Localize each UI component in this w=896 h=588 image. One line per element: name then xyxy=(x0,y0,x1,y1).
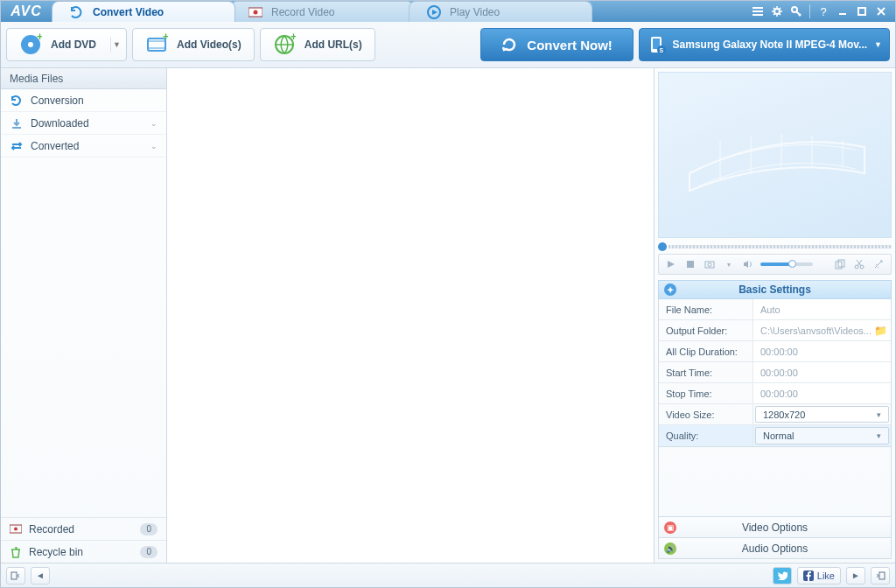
prev-button[interactable]: ◄ xyxy=(31,567,50,584)
volume-slider[interactable] xyxy=(760,262,813,266)
option-label: Video Options xyxy=(742,522,808,534)
facebook-icon xyxy=(803,570,814,581)
button-label: Add URL(s) xyxy=(304,38,362,51)
settings-section-icon: ✦ xyxy=(664,284,676,296)
key-icon[interactable] xyxy=(788,4,805,19)
facebook-like-button[interactable]: Like xyxy=(797,567,841,584)
file-name-field[interactable]: Auto xyxy=(753,299,891,319)
help-icon[interactable]: ? xyxy=(815,4,832,19)
toolbar: + Add DVD ▼ + Add Video(s) + Add URL(s) … xyxy=(1,22,895,68)
titlebar: AVC Convert Video Record Video Play Vide… xyxy=(1,1,895,22)
globe-icon: + xyxy=(273,33,296,56)
stop-icon[interactable] xyxy=(683,257,697,271)
video-size-combo[interactable]: 1280x720▾ xyxy=(755,406,889,423)
svg-rect-5 xyxy=(858,8,865,15)
sidebar-item-downloaded[interactable]: Downloaded ⌄ xyxy=(1,112,166,135)
sidebar-item-label: Conversion xyxy=(31,94,84,107)
add-videos-button[interactable]: + Add Video(s) xyxy=(132,28,255,61)
tab-label: Convert Video xyxy=(93,6,164,18)
tab-play-video[interactable]: Play Video xyxy=(409,1,592,22)
snapshot-icon[interactable] xyxy=(703,257,717,271)
snapshot-menu-icon[interactable]: ▾ xyxy=(722,257,736,271)
sidebar-item-converted[interactable]: Converted ⌄ xyxy=(1,135,166,158)
svg-point-7 xyxy=(28,42,33,47)
setting-file-name: File Name: Auto xyxy=(659,299,891,320)
video-preview[interactable] xyxy=(658,72,892,238)
tab-label: Record Video xyxy=(271,6,335,18)
setting-label: File Name: xyxy=(659,299,753,319)
settings-spacer xyxy=(658,447,892,517)
progress-thumb[interactable] xyxy=(658,242,667,251)
quality-combo[interactable]: Normal▾ xyxy=(755,427,889,444)
convert-now-button[interactable]: Convert Now! xyxy=(480,28,634,61)
tab-convert-video[interactable]: Convert Video xyxy=(52,1,235,22)
chevron-down-icon[interactable]: ▼ xyxy=(110,37,122,52)
count-badge: 0 xyxy=(140,523,158,536)
titlebar-controls: ? xyxy=(749,1,895,22)
next-button[interactable]: ► xyxy=(846,567,865,584)
layout-toggle-right-button[interactable] xyxy=(871,567,890,584)
add-dvd-button[interactable]: + Add DVD ▼ xyxy=(6,28,127,61)
all-clip-duration-field[interactable]: 00:00:00 xyxy=(753,341,891,361)
volume-thumb[interactable] xyxy=(788,260,796,268)
copy-icon[interactable] xyxy=(833,257,847,271)
maximize-button[interactable] xyxy=(853,4,871,19)
setting-label: Output Folder: xyxy=(659,320,753,340)
video-options-row[interactable]: ▣ Video Options xyxy=(658,517,892,538)
sidebar-item-recorded[interactable]: Recorded 0 xyxy=(1,517,166,540)
playback-progress[interactable] xyxy=(658,242,892,252)
sidebar-item-conversion[interactable]: Conversion xyxy=(1,89,166,112)
output-folder-field[interactable]: C:\Users\anvsoft\Videos...📁 xyxy=(753,320,891,340)
setting-all-clip-duration: All Clip Duration: 00:00:00 xyxy=(659,341,891,362)
close-button[interactable] xyxy=(872,4,890,19)
setting-quality: Quality: Normal▾ xyxy=(659,425,891,446)
file-list[interactable] xyxy=(167,68,654,563)
refresh-icon xyxy=(500,36,518,53)
menu-icon[interactable] xyxy=(749,4,766,19)
output-profile-button[interactable]: S Samsung Galaxy Note II MPEG-4 Mov... ▼ xyxy=(639,28,890,61)
basic-settings-header[interactable]: ✦ Basic Settings xyxy=(658,280,892,299)
tab-record-video[interactable]: Record Video xyxy=(230,1,414,22)
play-icon[interactable] xyxy=(664,257,678,271)
filmstrip-placeholder-icon xyxy=(685,125,869,195)
filmstrip-icon: + xyxy=(145,33,168,56)
svg-rect-26 xyxy=(11,572,17,579)
chevron-down-icon: ▾ xyxy=(877,410,881,419)
start-time-field[interactable]: 00:00:00 xyxy=(753,362,891,382)
minimize-button[interactable] xyxy=(834,4,851,19)
panel-title: Basic Settings xyxy=(738,284,811,296)
chevron-down-icon[interactable]: ▼ xyxy=(874,40,882,49)
volume-icon[interactable] xyxy=(741,257,755,271)
stop-time-field[interactable]: 00:00:00 xyxy=(753,383,891,403)
folder-icon[interactable]: 📁 xyxy=(874,325,887,337)
svg-point-3 xyxy=(774,9,780,14)
like-label: Like xyxy=(817,570,835,581)
setting-label: Stop Time: xyxy=(659,383,753,403)
cut-icon[interactable] xyxy=(852,257,866,271)
progress-track[interactable] xyxy=(668,245,892,248)
chevron-down-icon[interactable]: ⌄ xyxy=(150,119,158,128)
layout-toggle-button[interactable] xyxy=(6,567,25,584)
right-pane: ▾ ✦ Basic Settings File Name: Auto Outpu… xyxy=(654,68,895,563)
audio-options-row[interactable]: 🔊 Audio Options xyxy=(658,538,892,559)
trash-icon xyxy=(10,546,22,558)
device-icon: S xyxy=(647,35,666,54)
svg-point-1 xyxy=(254,10,258,14)
statusbar: ◄ Like ► xyxy=(1,563,895,587)
option-label: Audio Options xyxy=(742,542,808,555)
chevron-down-icon[interactable]: ⌄ xyxy=(150,142,158,150)
button-label: Samsung Galaxy Note II MPEG-4 Mov... xyxy=(673,38,868,51)
add-urls-button[interactable]: + Add URL(s) xyxy=(260,28,375,61)
media-controls: ▾ xyxy=(658,254,892,275)
setting-output-folder: Output Folder: C:\Users\anvsoft\Videos..… xyxy=(659,320,891,341)
twitter-button[interactable] xyxy=(773,567,792,584)
sidebar-item-recycle-bin[interactable]: Recycle bin 0 xyxy=(1,540,166,563)
app-logo: AVC xyxy=(1,1,52,22)
settings-icon[interactable] xyxy=(768,4,786,19)
svg-text:+: + xyxy=(37,33,42,43)
tab-label: Play Video xyxy=(450,6,500,18)
effects-icon[interactable] xyxy=(872,257,886,271)
count-badge: 0 xyxy=(140,546,158,558)
converted-icon xyxy=(10,139,24,153)
svg-text:S: S xyxy=(659,47,663,53)
